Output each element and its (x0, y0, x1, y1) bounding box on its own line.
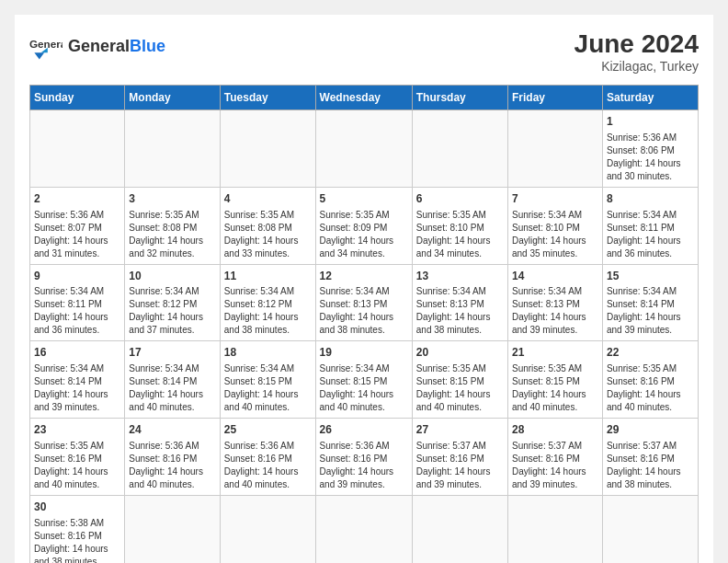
day-number: 22 (607, 345, 694, 361)
calendar-page: General GeneralBlue June 2024 Kizilagac,… (15, 15, 713, 563)
day-number: 8 (607, 191, 694, 207)
table-row: 22Sunrise: 5:35 AM Sunset: 8:16 PM Dayli… (602, 341, 698, 419)
table-row (508, 110, 603, 188)
day-info: Sunrise: 5:37 AM Sunset: 8:16 PM Dayligh… (512, 440, 598, 491)
logo-blue: Blue (130, 37, 165, 55)
calendar-row: 16Sunrise: 5:34 AM Sunset: 8:14 PM Dayli… (30, 341, 699, 419)
table-row: 21Sunrise: 5:35 AM Sunset: 8:15 PM Dayli… (508, 341, 603, 419)
day-info: Sunrise: 5:35 AM Sunset: 8:08 PM Dayligh… (224, 209, 312, 260)
day-info: Sunrise: 5:34 AM Sunset: 8:13 PM Dayligh… (512, 285, 598, 337)
day-info: Sunrise: 5:36 AM Sunset: 8:16 PM Dayligh… (224, 440, 312, 491)
page-header: General GeneralBlue June 2024 Kizilagac,… (29, 29, 699, 74)
day-number: 12 (320, 269, 408, 284)
calendar-row: 1Sunrise: 5:36 AM Sunset: 8:06 PM Daylig… (30, 110, 699, 188)
table-row: 14Sunrise: 5:34 AM Sunset: 8:13 PM Dayli… (508, 264, 603, 341)
day-info: Sunrise: 5:34 AM Sunset: 8:11 PM Dayligh… (34, 285, 120, 337)
day-info: Sunrise: 5:35 AM Sunset: 8:09 PM Dayligh… (320, 209, 408, 260)
header-sunday: Sunday (30, 86, 125, 110)
day-info: Sunrise: 5:34 AM Sunset: 8:13 PM Dayligh… (320, 285, 408, 337)
logo-icon: General (29, 29, 63, 63)
day-number: 17 (129, 345, 215, 361)
logo-general: General (68, 37, 130, 55)
header-tuesday: Tuesday (220, 86, 315, 110)
table-row: 19Sunrise: 5:34 AM Sunset: 8:15 PM Dayli… (315, 341, 412, 419)
day-number: 29 (607, 422, 694, 438)
svg-text:General: General (29, 38, 63, 50)
day-info: Sunrise: 5:34 AM Sunset: 8:14 PM Dayligh… (129, 362, 215, 414)
table-row: 8Sunrise: 5:34 AM Sunset: 8:11 PM Daylig… (602, 187, 698, 264)
table-row: 24Sunrise: 5:36 AM Sunset: 8:16 PM Dayli… (125, 419, 220, 496)
logo: General GeneralBlue (29, 29, 165, 63)
table-row (315, 110, 412, 188)
day-info: Sunrise: 5:36 AM Sunset: 8:16 PM Dayligh… (129, 440, 215, 491)
table-row: 12Sunrise: 5:34 AM Sunset: 8:13 PM Dayli… (315, 264, 412, 341)
day-info: Sunrise: 5:34 AM Sunset: 8:13 PM Dayligh… (416, 285, 504, 337)
day-number: 25 (224, 422, 312, 438)
day-number: 13 (416, 269, 504, 284)
day-info: Sunrise: 5:34 AM Sunset: 8:14 PM Dayligh… (34, 362, 120, 414)
table-row: 1Sunrise: 5:36 AM Sunset: 8:06 PM Daylig… (602, 110, 698, 188)
day-number: 5 (320, 191, 408, 207)
day-info: Sunrise: 5:35 AM Sunset: 8:10 PM Dayligh… (416, 209, 504, 260)
day-number: 10 (129, 269, 215, 284)
table-row: 10Sunrise: 5:34 AM Sunset: 8:12 PM Dayli… (125, 264, 220, 341)
table-row (602, 495, 698, 563)
table-row: 7Sunrise: 5:34 AM Sunset: 8:10 PM Daylig… (508, 187, 603, 264)
table-row (220, 110, 315, 188)
day-info: Sunrise: 5:35 AM Sunset: 8:15 PM Dayligh… (416, 362, 504, 414)
day-number: 21 (512, 345, 598, 361)
table-row (30, 110, 125, 188)
day-number: 19 (320, 345, 408, 361)
day-number: 26 (320, 422, 408, 438)
table-row: 23Sunrise: 5:35 AM Sunset: 8:16 PM Dayli… (30, 419, 125, 496)
table-row (125, 110, 220, 188)
day-number: 2 (34, 191, 120, 207)
table-row: 4Sunrise: 5:35 AM Sunset: 8:08 PM Daylig… (220, 187, 315, 264)
table-row: 28Sunrise: 5:37 AM Sunset: 8:16 PM Dayli… (508, 419, 603, 496)
day-number: 24 (129, 422, 215, 438)
calendar-row: 9Sunrise: 5:34 AM Sunset: 8:11 PM Daylig… (30, 264, 699, 341)
weekday-header-row: Sunday Monday Tuesday Wednesday Thursday… (30, 86, 699, 110)
header-wednesday: Wednesday (315, 86, 412, 110)
day-info: Sunrise: 5:36 AM Sunset: 8:16 PM Dayligh… (320, 440, 408, 491)
day-info: Sunrise: 5:34 AM Sunset: 8:12 PM Dayligh… (224, 285, 312, 337)
day-info: Sunrise: 5:34 AM Sunset: 8:14 PM Dayligh… (607, 285, 694, 337)
day-info: Sunrise: 5:35 AM Sunset: 8:08 PM Dayligh… (129, 209, 215, 260)
table-row: 6Sunrise: 5:35 AM Sunset: 8:10 PM Daylig… (412, 187, 507, 264)
day-info: Sunrise: 5:34 AM Sunset: 8:15 PM Dayligh… (224, 362, 312, 414)
day-info: Sunrise: 5:35 AM Sunset: 8:16 PM Dayligh… (34, 440, 120, 491)
day-info: Sunrise: 5:38 AM Sunset: 8:16 PM Dayligh… (34, 517, 120, 563)
table-row: 5Sunrise: 5:35 AM Sunset: 8:09 PM Daylig… (315, 187, 412, 264)
table-row: 16Sunrise: 5:34 AM Sunset: 8:14 PM Dayli… (30, 341, 125, 419)
day-number: 23 (34, 422, 120, 438)
calendar-table: Sunday Monday Tuesday Wednesday Thursday… (29, 85, 699, 563)
day-number: 1 (607, 114, 694, 130)
month-year-title: June 2024 (574, 29, 699, 59)
day-number: 4 (224, 191, 312, 207)
day-info: Sunrise: 5:37 AM Sunset: 8:16 PM Dayligh… (416, 440, 504, 491)
table-row: 13Sunrise: 5:34 AM Sunset: 8:13 PM Dayli… (412, 264, 507, 341)
table-row: 25Sunrise: 5:36 AM Sunset: 8:16 PM Dayli… (220, 419, 315, 496)
day-number: 18 (224, 345, 312, 361)
header-friday: Friday (508, 86, 603, 110)
day-number: 6 (416, 191, 504, 207)
table-row: 26Sunrise: 5:36 AM Sunset: 8:16 PM Dayli… (315, 419, 412, 496)
table-row: 15Sunrise: 5:34 AM Sunset: 8:14 PM Dayli… (602, 264, 698, 341)
day-number: 16 (34, 345, 120, 361)
table-row: 30Sunrise: 5:38 AM Sunset: 8:16 PM Dayli… (30, 495, 125, 563)
day-info: Sunrise: 5:35 AM Sunset: 8:16 PM Dayligh… (607, 362, 694, 414)
table-row (412, 110, 507, 188)
day-number: 11 (224, 269, 312, 284)
day-info: Sunrise: 5:34 AM Sunset: 8:15 PM Dayligh… (320, 362, 408, 414)
table-row: 29Sunrise: 5:37 AM Sunset: 8:16 PM Dayli… (602, 419, 698, 496)
calendar-row: 30Sunrise: 5:38 AM Sunset: 8:16 PM Dayli… (30, 495, 699, 563)
day-info: Sunrise: 5:34 AM Sunset: 8:10 PM Dayligh… (512, 209, 598, 260)
header-monday: Monday (125, 86, 220, 110)
day-info: Sunrise: 5:36 AM Sunset: 8:07 PM Dayligh… (34, 209, 120, 260)
table-row: 17Sunrise: 5:34 AM Sunset: 8:14 PM Dayli… (125, 341, 220, 419)
calendar-row: 23Sunrise: 5:35 AM Sunset: 8:16 PM Dayli… (30, 419, 699, 496)
title-block: June 2024 Kizilagac, Turkey (574, 29, 699, 74)
day-number: 28 (512, 422, 598, 438)
table-row (220, 495, 315, 563)
day-info: Sunrise: 5:34 AM Sunset: 8:11 PM Dayligh… (607, 209, 694, 260)
